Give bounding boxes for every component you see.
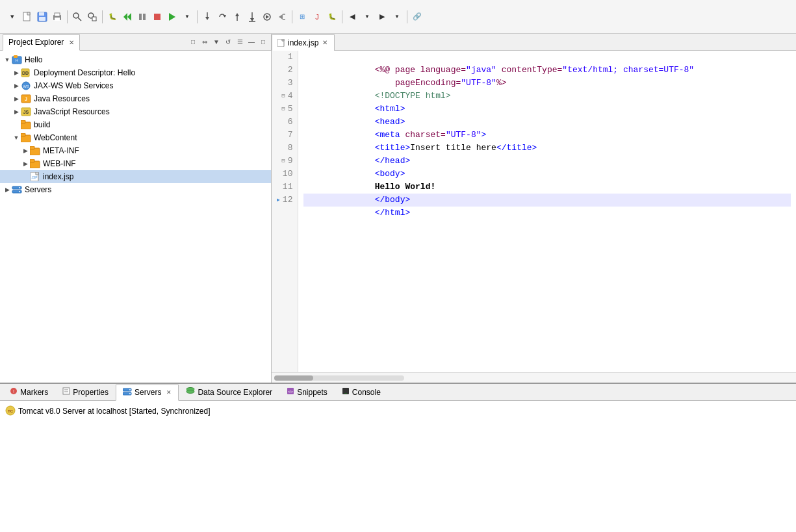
tree-item-jaxws[interactable]: ▶ WS JAX-WS Web Services — [0, 79, 271, 92]
forward-btn[interactable]: ▶ — [375, 10, 389, 24]
step-over-btn[interactable] — [215, 10, 229, 24]
refresh-btn[interactable]: ↺ — [223, 37, 233, 47]
servers-tab-label: Servers — [135, 388, 161, 397]
tree-item-deployment[interactable]: ▶ DD Deployment Descriptor: Hello — [0, 66, 271, 79]
tree-area: ▼ H Hello ▶ — [0, 51, 271, 383]
svg-text:_: _ — [344, 390, 347, 394]
back-dropdown[interactable]: ▼ — [360, 10, 374, 24]
bottom-tab-servers[interactable]: Servers ✕ — [116, 385, 179, 401]
sep-2 — [102, 10, 103, 23]
datasource-icon — [186, 387, 195, 397]
fold-5-icon[interactable]: ⊟ — [279, 103, 285, 116]
svg-text:TC: TC — [8, 409, 14, 413]
main-layout: Project Explorer ✕ □ ⇔ ▼ ↺ ☰ — □ ▼ — [0, 34, 796, 532]
hscroll-track[interactable] — [274, 375, 404, 381]
debug-perspective-btn[interactable]: 🐛 — [325, 10, 339, 24]
svg-marker-20 — [223, 15, 226, 18]
inst-ptr-btn[interactable] — [275, 10, 289, 24]
svg-rect-49 — [30, 159, 34, 162]
webcontent-folder-icon — [21, 133, 31, 143]
step-into-btn[interactable] — [200, 10, 214, 24]
content-area: Project Explorer ✕ □ ⇔ ▼ ↺ ☰ — □ ▼ — [0, 34, 796, 383]
maximize-btn[interactable]: □ — [258, 37, 268, 47]
tree-arrow-deployment: ▶ — [12, 68, 21, 77]
bottom-tab-snippets[interactable]: </> Snippets — [279, 384, 335, 400]
project-explorer-close[interactable]: ✕ — [69, 39, 74, 46]
sep-4 — [292, 10, 292, 23]
editor-tab-close-btn[interactable]: ✕ — [321, 39, 329, 47]
left-panel: Project Explorer ✕ □ ⇔ ▼ ↺ ☰ — □ ▼ — [0, 34, 272, 383]
ext-link-btn[interactable]: 🔗 — [410, 10, 424, 24]
code-lines[interactable]: <%@ page language="java" contentType="te… — [298, 51, 796, 372]
tree-arrow-java: ▶ — [12, 94, 21, 103]
stop-btn[interactable] — [150, 10, 164, 24]
tree-arrow-meta: ▶ — [21, 146, 30, 155]
web-inf-label: WEB-INF — [43, 159, 76, 168]
fold-4-icon[interactable]: ⊟ — [279, 90, 285, 103]
search-file-btn[interactable] — [85, 10, 99, 24]
new-btn[interactable] — [20, 10, 34, 24]
svg-rect-14 — [139, 14, 142, 20]
svg-point-55 — [19, 191, 20, 192]
svg-marker-17 — [169, 13, 175, 21]
tree-item-meta-inf[interactable]: ▶ META-INF — [0, 144, 271, 157]
link-with-editor-btn[interactable]: ⇔ — [199, 37, 210, 47]
datasource-label: Data Source Explorer — [198, 388, 272, 397]
hscroll-thumb[interactable] — [274, 375, 313, 381]
line-num-9: ⊟ 9 — [277, 155, 292, 168]
tree-arrow-servers: ▶ — [3, 185, 12, 194]
server-item-tomcat[interactable]: TC Tomcat v8.0 Server at localhost [Star… — [3, 403, 793, 419]
back-btn[interactable]: ◀ — [345, 10, 359, 24]
svg-rect-43 — [21, 120, 25, 123]
svg-rect-5 — [55, 13, 60, 16]
minimize-btn[interactable]: — — [246, 37, 257, 47]
fold-9-icon[interactable]: ⊟ — [279, 155, 285, 168]
tree-item-java-resources[interactable]: ▶ J Java Resources — [0, 92, 271, 105]
bottom-tab-properties[interactable]: Properties — [55, 384, 116, 400]
step-drop-btn[interactable] — [245, 10, 259, 24]
run-dropdown[interactable]: ▼ — [180, 10, 194, 24]
save-btn[interactable] — [35, 10, 49, 24]
tree-item-web-inf[interactable]: ▶ WEB-INF — [0, 157, 271, 170]
run-prev-btn[interactable] — [120, 10, 135, 24]
tree-item-js-resources[interactable]: ▶ JS JavaScript Resources — [0, 105, 271, 118]
pause-btn[interactable] — [135, 10, 149, 24]
tree-item-index-jsp[interactable]: ▶ JSP index.jsp — [0, 170, 271, 183]
bottom-tab-markers[interactable]: ! Markers — [3, 384, 55, 400]
filter-btn[interactable]: ▼ — [211, 37, 222, 47]
tree-item-webcontent[interactable]: ▼ WebContent — [0, 131, 271, 144]
tree-item-servers[interactable]: ▶ Servers — [0, 183, 271, 196]
line-num-10: 10 — [277, 168, 292, 181]
bottom-tab-console[interactable]: _ Console — [335, 384, 388, 400]
editor-tab-icon — [277, 38, 285, 47]
collapse-all-btn[interactable]: □ — [188, 37, 198, 47]
project-explorer-tab[interactable]: Project Explorer ✕ — [3, 34, 80, 51]
tree-item-build[interactable]: ▶ build — [0, 118, 271, 131]
open-perspective-btn[interactable]: ⊞ — [295, 10, 309, 24]
search-btn[interactable] — [70, 10, 84, 24]
forward-dropdown[interactable]: ▼ — [390, 10, 404, 24]
editor-content[interactable]: 1 2 3 ⊟ 4 ⊟ 5 6 7 8 — [272, 51, 796, 372]
svg-marker-28 — [279, 14, 283, 19]
view-menu-btn[interactable]: ☰ — [235, 37, 245, 47]
java-perspective-btn[interactable]: J — [310, 10, 324, 24]
tree-item-hello[interactable]: ▼ H Hello — [0, 53, 271, 66]
properties-icon — [62, 387, 70, 397]
debug-btn[interactable]: 🐛 — [105, 10, 120, 24]
svg-point-65 — [129, 393, 131, 394]
svg-rect-6 — [55, 18, 60, 21]
editor-tab-index-jsp[interactable]: index.jsp ✕ — [272, 34, 335, 51]
servers-tab-close[interactable]: ✕ — [166, 389, 172, 396]
line-num-2: 2 — [277, 64, 292, 77]
step-return-btn[interactable] — [230, 10, 244, 24]
tree-arrow-webcontent: ▼ — [12, 133, 21, 142]
line-12-marker: ▶ — [277, 194, 280, 207]
toolbar-dropdown-btn[interactable]: ▾ — [5, 10, 19, 24]
build-label: build — [34, 120, 50, 129]
bottom-tab-datasource[interactable]: Data Source Explorer — [179, 384, 279, 400]
use-step-btn[interactable] — [260, 10, 274, 24]
run-btn[interactable] — [165, 10, 179, 24]
editor-hscroll[interactable] — [272, 372, 796, 383]
print-btn[interactable] — [50, 10, 64, 24]
editor-tab-bar: index.jsp ✕ — [272, 34, 796, 51]
